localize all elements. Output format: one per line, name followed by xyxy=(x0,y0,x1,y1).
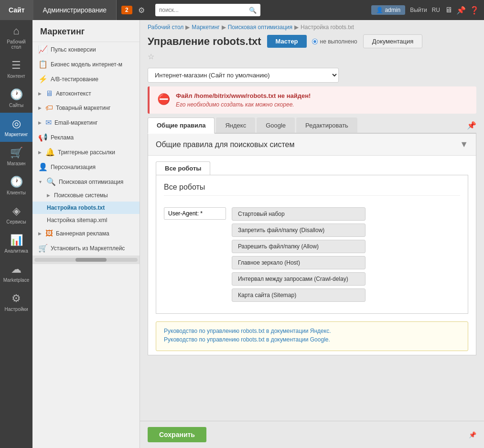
google-docs-link[interactable]: Руководство по управлению robots.txt в д… xyxy=(164,336,460,343)
sidebar-item-clients[interactable]: 🕐 Клиенты xyxy=(0,171,32,200)
save-button[interactable]: Сохранить xyxy=(148,427,206,442)
tab-yandex[interactable]: Яндекс xyxy=(216,117,255,133)
save-pin-icon[interactable]: 📌 xyxy=(469,431,476,438)
sidebar-item-seo[interactable]: ▼ 🔍 Поисковая оптимизация xyxy=(32,174,140,189)
status-label: не выполнено xyxy=(320,38,357,45)
sidebar-item-analytics[interactable]: 📊 Аналитика xyxy=(0,229,32,258)
topbar-user-button[interactable]: 👤 admin xyxy=(371,5,405,15)
sidebar-item-товарный[interactable]: ▶ 🏷 Товарный маркетинг xyxy=(32,101,140,115)
breadcrumb-seo[interactable]: Поисковая оптимизация xyxy=(228,24,292,31)
monitor-icon[interactable]: 🖥 xyxy=(445,6,452,15)
sidebar-item-ab[interactable]: ⚡ А/В-тестирование xyxy=(32,72,140,86)
sidebar-item-store[interactable]: 🛒 Магазин xyxy=(0,142,32,171)
action-buttons: Стартовый набор Запретить файл/папку (Di… xyxy=(232,207,460,302)
sidebar-item-content[interactable]: ☰ Контент xyxy=(0,54,32,84)
email-icon: ✉ xyxy=(45,118,52,127)
banner-arrow: ▶ xyxy=(38,231,42,236)
sidebar-item-marketplace[interactable]: ☁ Marketplace xyxy=(0,258,32,288)
sidebar-item-sites[interactable]: 🕐 Сайты xyxy=(0,84,32,113)
allow-button[interactable]: Разрешить файл/папку (Allow) xyxy=(232,240,366,253)
install-icon: 🛒 xyxy=(38,244,48,253)
rules-header[interactable]: Общие правила для поисковых систем ▼ xyxy=(148,134,476,156)
analytics-icon: 📊 xyxy=(10,234,23,246)
seo-arrow: ▼ xyxy=(38,180,43,184)
gear-icon[interactable]: ⚙ xyxy=(136,6,147,15)
rules-section: Общие правила для поисковых систем ▼ Все… xyxy=(148,134,476,355)
crawl-delay-button[interactable]: Интервал между запросами (Crawl-delay) xyxy=(232,272,366,286)
topbar-site-button[interactable]: Сайт xyxy=(0,0,33,20)
topbar-extra-icons: 🖥 📌 ❓ xyxy=(445,6,479,15)
tabs-pin-icon[interactable]: 📌 xyxy=(467,121,476,130)
товарный-icon: 🏷 xyxy=(45,104,53,112)
host-button[interactable]: Главное зеркало (Host) xyxy=(232,256,366,269)
pin-icon[interactable]: 📌 xyxy=(456,6,466,15)
topbar-search-box: 🔍 xyxy=(155,4,260,16)
site-selector-container: Интернет-магазин (Сайт по умолчанию) xyxy=(148,68,476,83)
sidebar-item-search-sys[interactable]: ▶ Поисковые системы xyxy=(32,189,140,202)
autocontext-arrow: ▶ xyxy=(38,91,42,96)
error-text: Файл /home/bitrix/www/robots.txt не найд… xyxy=(176,92,311,108)
breadcrumb: Рабочий стол ▶ Маркетинг ▶ Поисковая опт… xyxy=(140,20,484,32)
sidebar-item-services[interactable]: ◈ Сервисы xyxy=(0,200,32,229)
yandex-docs-link[interactable]: Руководство по управлению robots.txt в д… xyxy=(164,328,460,334)
content-scroll: Рабочий стол ▶ Маркетинг ▶ Поисковая опт… xyxy=(140,20,484,421)
sidebar-item-autocontext[interactable]: ▶ 🖥 Автоконтекст xyxy=(32,86,140,101)
trigger-arrow: ▶ xyxy=(38,150,42,155)
ab-icon: ⚡ xyxy=(38,75,48,84)
marketplace-icon: ☁ xyxy=(11,263,22,276)
inner-tab-all-robots[interactable]: Все роботы xyxy=(156,161,210,175)
sidebar-item-reklama[interactable]: 📢 Реклама xyxy=(32,130,140,145)
sidebar-item-dashboard[interactable]: ⌂ Рабочий стол xyxy=(0,20,32,54)
robots-section-title: Все роботы xyxy=(164,183,460,196)
help-icon[interactable]: ❓ xyxy=(470,6,479,15)
master-button[interactable]: Мастер xyxy=(267,35,307,48)
sidebar-item-install[interactable]: 🛒 Установить из Маркетплейс xyxy=(32,241,140,256)
topbar-admin-button[interactable]: Администрирование xyxy=(33,0,117,20)
sidebar-item-trigger[interactable]: ▶ 🔔 Триггерные рассылки xyxy=(32,145,140,160)
starter-set-button[interactable]: Стартовый набор xyxy=(232,207,366,221)
sidebar-item-robots[interactable]: Настройка robots.txt xyxy=(32,202,140,214)
disallow-button[interactable]: Запретить файл/папку (Disallow) xyxy=(232,224,366,237)
email-arrow: ▶ xyxy=(38,120,42,125)
sidebar-item-banner[interactable]: ▶ 🖼 Баннерная реклама xyxy=(32,226,140,241)
nav-sidebar: Маркетинг 📈 Пульс конверсии 📋 Бизнес мод… xyxy=(32,20,140,448)
seo-icon: 🔍 xyxy=(46,177,56,186)
sidebar-item-settings[interactable]: ⚙ Настройки xyxy=(0,288,32,317)
sidebar-item-sitemap[interactable]: Настройка sitemap.xml xyxy=(32,214,140,226)
site-selector[interactable]: Интернет-магазин (Сайт по умолчанию) xyxy=(148,68,339,83)
товарный-arrow: ▶ xyxy=(38,106,42,110)
sidebar-item-marketing[interactable]: ◎ Маркетинг xyxy=(0,113,32,142)
reklama-icon: 📢 xyxy=(38,133,48,142)
error-box: ⛔ Файл /home/bitrix/www/robots.txt не на… xyxy=(148,86,476,114)
breadcrumb-dashboard[interactable]: Рабочий стол xyxy=(148,24,183,31)
sitemap-button[interactable]: Карта сайта (Sitemap) xyxy=(232,288,366,302)
content-area: Рабочий стол ▶ Маркетинг ▶ Поисковая опт… xyxy=(140,20,484,448)
search-sys-arrow: ▶ xyxy=(47,193,50,198)
robots-content: Все роботы Стартовый набор Запретить фай… xyxy=(156,175,468,314)
nav-scrollbar[interactable] xyxy=(32,256,140,264)
topbar: Сайт Администрирование 2 ⚙ 🔍 👤 admin Вый… xyxy=(0,0,484,20)
breadcrumb-marketing[interactable]: Маркетинг xyxy=(192,24,219,31)
save-row: Сохранить 📌 xyxy=(140,421,484,448)
dashboard-icon: ⌂ xyxy=(13,25,19,37)
topbar-notification-badge[interactable]: 2 xyxy=(121,6,132,14)
status-dot xyxy=(312,39,317,44)
links-section: Руководство по управлению robots.txt в д… xyxy=(156,321,468,351)
search-input[interactable] xyxy=(159,7,249,13)
user-agent-input[interactable] xyxy=(164,207,226,220)
sidebar-item-bizmodel[interactable]: 📋 Бизнес модель интернет-м xyxy=(32,57,140,72)
favorite-star-icon[interactable]: ☆ xyxy=(148,53,154,61)
error-title: Файл /home/bitrix/www/robots.txt не найд… xyxy=(176,92,311,99)
tab-edit[interactable]: Редактировать xyxy=(296,117,357,133)
tab-general[interactable]: Общие правила xyxy=(148,117,215,134)
topbar-middle: 2 ⚙ 🔍 xyxy=(117,4,366,16)
docs-button[interactable]: Документация xyxy=(363,34,423,48)
sidebar-item-email[interactable]: ▶ ✉ Email-маркетинг xyxy=(32,115,140,130)
tab-google[interactable]: Google xyxy=(257,117,295,133)
store-icon: 🛒 xyxy=(10,147,23,159)
pulse-icon: 📈 xyxy=(38,45,48,54)
sidebar-item-pulse[interactable]: 📈 Пульс конверсии xyxy=(32,42,140,57)
topbar-lang-selector[interactable]: RU xyxy=(432,7,440,13)
sidebar-item-personal[interactable]: 👤 Персонализация xyxy=(32,160,140,174)
topbar-logout-link[interactable]: Выйти xyxy=(410,7,427,13)
